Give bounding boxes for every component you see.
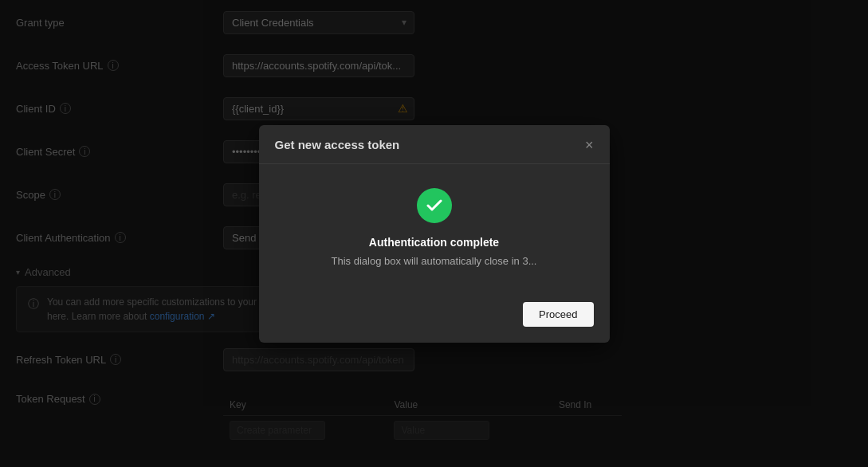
auth-complete-subtitle: This dialog box will automatically close… [275,255,594,267]
modal: Get new access token × Authentication co… [259,125,610,343]
modal-footer: Proceed [259,302,610,343]
modal-overlay: Get new access token × Authentication co… [0,0,868,467]
modal-title: Get new access token [275,138,400,151]
modal-header: Get new access token × [259,125,610,164]
modal-body: Authentication complete This dialog box … [259,164,610,302]
modal-close-button[interactable]: × [585,138,594,152]
auth-complete-title: Authentication complete [275,236,594,249]
success-icon [417,188,452,223]
proceed-button[interactable]: Proceed [523,302,593,327]
